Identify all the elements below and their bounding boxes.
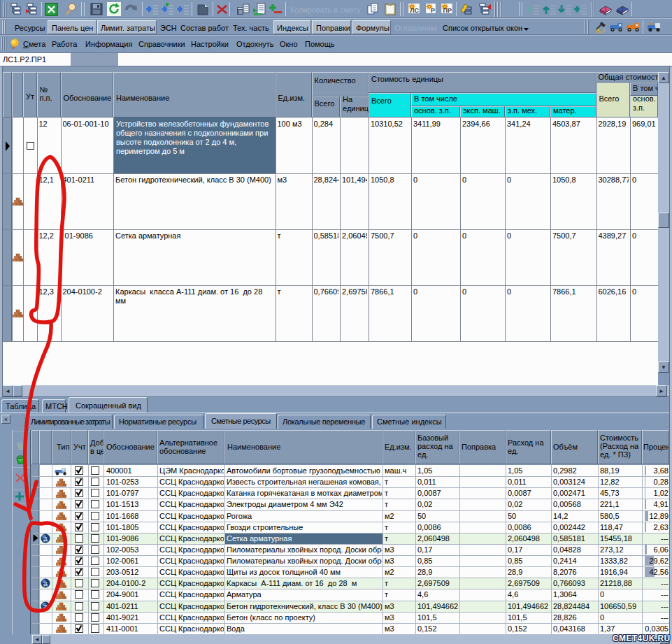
svg-text:ПР: ПР — [443, 7, 452, 14]
svg-text:Д: Д — [44, 536, 48, 542]
svg-text:ЛС: ЛС — [410, 7, 419, 14]
svg-text:Р: Р — [431, 7, 435, 14]
svg-text:Д: Д — [44, 604, 48, 610]
svg-text:Д: Д — [44, 581, 48, 587]
